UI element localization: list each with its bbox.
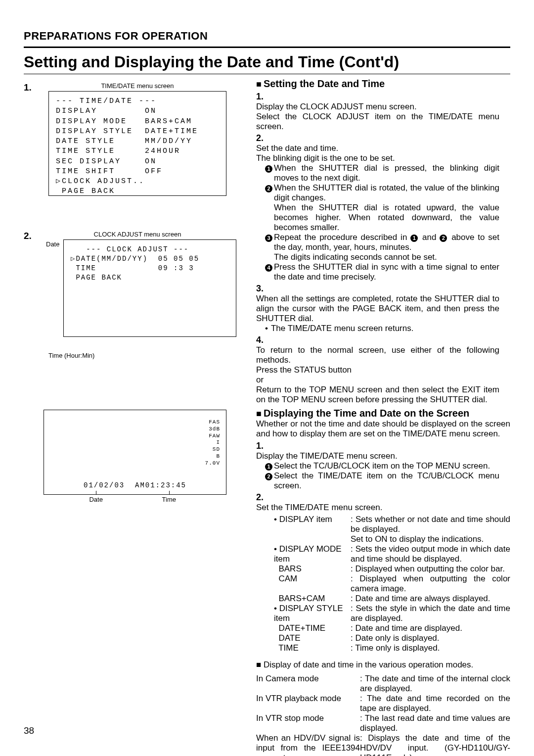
circled-4-icon: 4 — [265, 264, 272, 272]
item-key: • DISPLAY MODE item — [274, 544, 351, 564]
item-desc: Date and time are displayed. — [351, 623, 510, 633]
mode-desc: The last read date and time values are d… — [360, 713, 510, 733]
osd-time-label: Time — [162, 496, 176, 503]
time-date-menu-screen: --- TIME/DATE --- DISPLAY ON DISPLAY MOD… — [48, 91, 226, 196]
step-2-sub-2b: When the SHUTTER dial is rotated upward,… — [274, 203, 499, 232]
step-3-bullet: The TIME/DATE menu screen returns. — [265, 324, 413, 333]
mode-key: In VTR playback mode — [256, 694, 360, 713]
step-2-sub-2a: When the SHUTTER dial is rotated, the va… — [274, 183, 499, 202]
item-row: DATE+TIMEDate and time are displayed. — [274, 623, 510, 633]
circled-3-icon: 3 — [265, 235, 272, 242]
item-key: BARS — [274, 564, 351, 574]
setting-heading: ■Setting the Date and Time — [256, 78, 510, 90]
step-2-sub-3b: and — [419, 233, 440, 242]
square-bullet-icon: ■ — [256, 79, 262, 89]
step-2-sub-3d: The digits indicating seconds cannot be … — [274, 252, 437, 262]
osd-preview-screen: FAS 3dB FAW I SD B 7.0V 01/02/03 AM01:23… — [44, 410, 226, 495]
item-row: • DISPLAY MODE itemSets the video output… — [274, 544, 510, 564]
step-3-line-a: When all the settings are completed, rot… — [256, 294, 499, 323]
item-row: CAMDisplayed when outputting the color c… — [274, 574, 510, 594]
page-number: 38 — [24, 725, 34, 736]
left-step-1-number: 1. — [24, 82, 34, 93]
dstep-1-sub-1: Select the TC/UB/CLOCK item on the TOP M… — [274, 461, 499, 471]
mode-key: In Camera mode — [256, 674, 360, 694]
item-desc: Sets whether or not date and time should… — [351, 515, 510, 544]
menu1-caption: TIME/DATE menu screen — [34, 82, 241, 90]
left-step-2-number: 2. — [24, 231, 34, 241]
item-desc: Sets the video output mode in which date… — [351, 544, 510, 564]
mode-row: When an HDV/DV signal is input from the … — [256, 733, 510, 756]
mode-row: In VTR playback modeThe date and time re… — [256, 694, 510, 713]
menu2-date-label: Date — [46, 240, 59, 248]
item-key: DATE — [274, 633, 351, 643]
menu2-caption: CLOCK ADJUST menu screen — [34, 231, 241, 238]
item-key: • DISPLAY STYLE item — [274, 604, 351, 623]
page-title: Setting and Displaying the Date and Time… — [24, 53, 510, 74]
displaying-intro: Whether or not the time and date should … — [256, 419, 510, 439]
square-bullet-icon-2: ■ — [256, 409, 262, 419]
dstep-1-number: 1. — [256, 441, 266, 451]
step-2-sub-4: Press the SHUTTER dial in sync with a ti… — [274, 262, 499, 282]
step-4-line-b: Press the STATUS button — [256, 365, 352, 375]
items-table: • DISPLAY itemSets whether or not date a… — [256, 515, 510, 653]
item-desc: Displayed when outputting the color came… — [351, 574, 510, 594]
item-row: DATEDate only is displayed. — [274, 633, 510, 643]
mode-desc: The date and time of the internal clock … — [360, 674, 510, 694]
dstep-1-sub-2: Select the TIME/DATE item on the TC/UB/C… — [274, 471, 499, 491]
step-1-line-a: Display the CLOCK ADJUST menu screen. — [256, 102, 417, 111]
item-row: BARSDisplayed when outputting the color … — [274, 564, 510, 574]
modes-heading: ■ Display of date and time in the variou… — [256, 660, 510, 670]
step-4-number: 4. — [256, 335, 266, 345]
circled-1-ref-icon: 1 — [410, 235, 418, 242]
step-4-line-d: Return to the TOP MENU screen and then s… — [256, 385, 499, 404]
circled-2-icon: 2 — [265, 185, 272, 192]
osd-bottom-datetime: 01/02/03 AM01:23:45 — [44, 481, 226, 490]
item-row: • DISPLAY STYLE itemSets the style in wh… — [274, 604, 510, 623]
step-4-line-c: or — [256, 375, 264, 384]
step-2-line-a: Set the date and time. — [256, 143, 338, 153]
menu2-time-label: Time (Hour:Min) — [48, 352, 94, 359]
dcircled-2-icon: 2 — [265, 473, 272, 480]
step-2-sub-3a: Repeat the procedure described in — [274, 233, 410, 242]
osd-date-label: Date — [89, 496, 102, 503]
item-key: BARS+CAM — [274, 594, 351, 604]
step-1-number: 1. — [256, 92, 266, 102]
step-1-line-b: Select the CLOCK ADJUST item on the TIME… — [256, 112, 499, 131]
item-row: BARS+CAMDate and time are always display… — [274, 594, 510, 604]
item-row: • DISPLAY itemSets whether or not date a… — [274, 515, 510, 544]
item-desc: Time only is displayed. — [351, 643, 510, 653]
dcircled-1-icon: 1 — [265, 463, 272, 471]
item-row: TIMETime only is displayed. — [274, 643, 510, 653]
step-2-number: 2. — [256, 133, 266, 143]
dstep-1-line-a: Display the TIME/DATE menu screen. — [256, 451, 398, 461]
item-desc: Sets the style in which the date and tim… — [351, 604, 510, 623]
item-key: • DISPLAY item — [274, 515, 351, 544]
item-desc: Date only is displayed. — [351, 633, 510, 643]
step-3-number: 3. — [256, 284, 266, 294]
displaying-heading: ■Displaying the Time and Date on the Scr… — [256, 408, 510, 419]
osd-under-labels: Date Time — [44, 496, 222, 503]
breadcrumb: PREPARATIONS FOR OPERATION — [24, 30, 510, 48]
circled-2-ref-icon: 2 — [440, 235, 447, 242]
step-2-line-b: The blinking digit is the one to be set. — [256, 153, 395, 163]
clock-adjust-menu-screen: --- CLOCK ADJUST --- ▷DATE(MM/DD/YY) 05 … — [63, 239, 236, 337]
osd-right-status: FAS 3dB FAW I SD B 7.0V — [205, 419, 220, 467]
mode-desc: The date and time recorded on the tape a… — [360, 694, 510, 713]
mode-desc: Displays the date and time of the HDV/DV… — [360, 733, 510, 756]
step-2-sub-1: When the SHUTTER dial is pressed, the bl… — [274, 163, 499, 183]
item-desc: Displayed when outputting the color bar. — [351, 564, 510, 574]
mode-row: In VTR stop modeThe last read date and t… — [256, 713, 510, 733]
item-key: DATE+TIME — [274, 623, 351, 633]
right-column: ■Setting the Date and Time 1. Display th… — [256, 78, 510, 756]
left-column: 1. TIME/DATE menu screen --- TIME/DATE -… — [24, 78, 241, 756]
mode-key: In VTR stop mode — [256, 713, 360, 733]
dstep-2-number: 2. — [256, 492, 266, 503]
modes-table: In Camera modeThe date and time of the i… — [256, 674, 510, 756]
step-4-line-a: To return to the normal screen, use eith… — [256, 345, 499, 365]
mode-row: In Camera modeThe date and time of the i… — [256, 674, 510, 694]
item-desc: Date and time are always displayed. — [351, 594, 510, 604]
item-key: CAM — [274, 574, 351, 594]
circled-1-icon: 1 — [265, 165, 272, 173]
mode-key: When an HDV/DV signal is input from the … — [256, 733, 360, 756]
dstep-2-line-a: Set the TIME/DATE menu screen. — [256, 503, 382, 512]
